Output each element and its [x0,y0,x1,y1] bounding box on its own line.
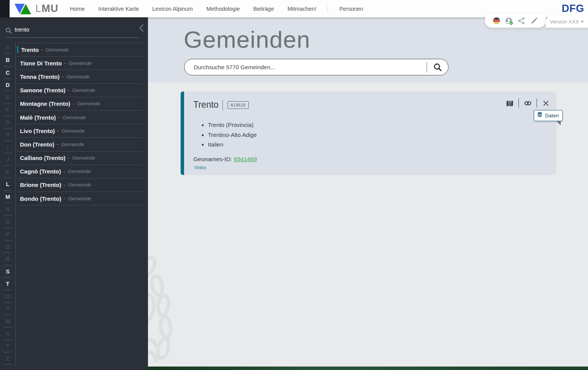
alphabet-letter[interactable]: E [2,91,13,103]
vinko-link[interactable]: Vinko [194,165,206,170]
alphabet-letter-label: V [6,306,10,312]
alphabet-letter[interactable]: M [2,191,13,203]
alphabet-letter[interactable]: F [2,104,13,116]
alphabet-letter[interactable]: H [2,128,13,141]
show-on-map-icon[interactable] [505,98,514,108]
search-result-item[interactable]: Don (Trento) - Gemeinde [17,138,143,151]
alphabet-letter-label: I [7,144,8,150]
daten-tooltip-button[interactable]: Daten [534,110,563,121]
alphabet-letter[interactable]: A [2,42,13,54]
result-type: Gemeinde [69,60,92,66]
alphabet-letter[interactable]: I [2,141,13,153]
result-separator: - [57,128,59,134]
alphabet-letter[interactable]: P [2,228,13,240]
toolbar-divider [537,98,537,108]
german-flag-language-icon[interactable] [493,17,500,24]
alphabet-letter[interactable]: L [2,178,13,190]
main-search-input[interactable] [193,63,427,71]
alphabet-letter[interactable]: G [2,116,13,128]
alphabet-letter-label: B [6,57,10,63]
search-result-item[interactable]: Montagne (Trento) - Gemeinde [17,97,143,111]
permalink-icon[interactable] [523,98,532,108]
daten-tooltip-label: Daten [545,113,559,118]
alphabet-letter[interactable]: U [2,290,13,302]
result-type: Gemeinde [77,101,100,107]
chain-watermark-decoration [148,252,187,368]
alphabet-letter[interactable]: O [2,215,13,228]
card-title: Trento [193,100,219,110]
alphabet-letter[interactable]: J [2,153,13,166]
search-result-item[interactable]: Samone (Trento) - Gemeinde [17,84,143,97]
result-type: Gemeinde [61,142,84,147]
search-result-item[interactable]: Brione (Trento) - Gemeinde [17,178,143,192]
nav-item[interactable]: Lexicon Alpinum [152,6,193,12]
user-account-icon[interactable] [505,17,513,25]
version-selector[interactable]: Version XXX [546,15,588,28]
close-icon[interactable] [541,98,550,108]
result-name: Cagnò (Trento) [20,168,61,175]
alphabet-letter[interactable]: X [2,327,13,340]
search-result-item[interactable]: Trento - Gemeinde [17,43,143,57]
alphabet-letter[interactable]: Y [2,340,13,352]
nav-item[interactable]: Beiträge [253,6,274,12]
search-button[interactable] [427,59,448,75]
alphabet-letter-label: Z [6,356,10,362]
search-result-item[interactable]: Cagnò (Trento) - Gemeinde [17,165,143,178]
alphabet-letter[interactable]: C [2,67,13,79]
alphabet-letter-label: G [5,120,10,125]
result-name: Malè (Trento) [20,114,56,121]
alphabet-letter[interactable]: D [2,79,13,91]
alphabet-letter[interactable]: B [2,54,13,66]
alphabet-letter-label: X [6,331,10,337]
result-name: Livo (Trento) [20,128,55,134]
result-separator: - [56,141,58,147]
nav-item[interactable]: Mitmachen! [287,6,316,12]
sidebar-search-input[interactable] [14,26,131,33]
alphabet-letter[interactable]: S [2,265,13,278]
search-result-item[interactable]: Malè (Trento) - Gemeinde [17,111,143,124]
edit-pencil-icon[interactable] [530,17,538,25]
region-hierarchy-list: Trento (Provincia) Trentino-Alto Adige I… [193,122,549,148]
result-type: Gemeinde [63,115,86,120]
alphabet-letter-label: Q [5,244,10,250]
page-title: Gemeinden [184,26,311,53]
result-separator: - [64,182,66,188]
alphabet-letter-label: J [6,157,9,163]
alphabet-letter[interactable]: K [2,166,13,178]
alphabet-letter[interactable]: N [2,203,13,215]
title-divider [223,100,223,111]
nav-item[interactable]: Personen [327,6,363,12]
alphabet-letter[interactable]: T [2,278,13,290]
nav-item[interactable]: Methodologie [206,6,240,12]
version-label: Version XXX [550,19,579,25]
verba-alpina-logo[interactable]: LMU [14,3,58,15]
id-badge: A19618 [228,101,249,109]
alphabet-letter[interactable]: Z [2,352,13,365]
alphabet-rail: A B C D E F G [2,42,13,365]
alphabet-letter-label: T [6,281,10,287]
geonames-id-link[interactable]: 6541469 [234,156,257,162]
alphabet-letter[interactable]: V [2,303,13,315]
alphabet-letter[interactable]: W [2,315,13,327]
collapse-sidebar-chevron-left-icon[interactable] [137,23,146,35]
chevron-down-icon [581,21,584,23]
result-type: Gemeinde [68,168,91,174]
search-result-item[interactable]: Livo (Trento) - Gemeinde [17,124,143,138]
search-result-item[interactable]: Calliano (Trento) - Gemeinde [17,152,143,165]
result-name: Brione (Trento) [20,182,61,188]
card-header: Trento A19618 [193,98,549,112]
search-result-item[interactable]: Tenna (Trento) - Gemeinde [17,70,143,83]
share-icon[interactable] [518,17,525,25]
lmu-logo: LMU [35,3,58,15]
search-result-item[interactable]: Bondo (Trento) - Gemeinde [17,192,143,205]
alphabet-letter-label: E [6,95,10,100]
result-separator: - [73,101,75,107]
search-result-item[interactable]: Tione Di Trento - Gemeinde [17,57,143,70]
alphabet-letter[interactable]: Q [2,240,13,253]
dfg-logo[interactable]: DFG [562,3,585,15]
alphabet-letter-label: U [6,293,10,299]
result-separator: - [62,73,64,80]
nav-item[interactable]: Home [70,6,85,12]
nav-item[interactable]: Interaktive Karte [98,6,139,12]
alphabet-letter[interactable]: R [2,253,13,265]
